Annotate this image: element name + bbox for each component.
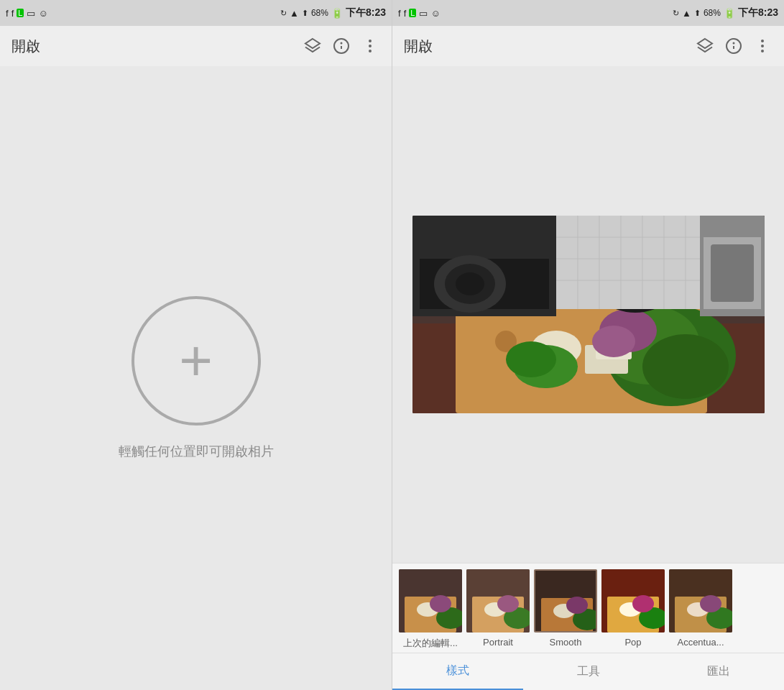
svg-marker-4 (698, 39, 712, 48)
emoji-icon-r: ☺ (430, 8, 440, 19)
svg-point-19 (592, 326, 635, 357)
app-bar-right: 開啟 (392, 26, 784, 66)
signal-icon-r: ↻ (673, 9, 679, 18)
line-icon-r: L (409, 9, 416, 17)
plus-icon: + (179, 332, 213, 390)
filter-item-accentuate[interactable]: Accentua... (668, 569, 733, 650)
battery-icon-right: 🔋 (724, 8, 735, 19)
status-right-right-icons: ↻ ▲ ⬆ 68% 🔋 下午8:23 (673, 6, 778, 19)
app-title-left: 開啟 (11, 37, 294, 56)
status-right-icons: ↻ ▲ ⬆ 68% 🔋 下午8:23 (280, 6, 386, 19)
signal-icon: ↻ (280, 9, 287, 18)
tab-export[interactable]: 匯出 (653, 653, 784, 690)
tab-tools-label: 工具 (577, 664, 600, 679)
left-panel: f f L ▭ ☺ ↻ ▲ ⬆ 68% 🔋 下午8:23 開啟 (0, 0, 392, 690)
tab-tools[interactable]: 工具 (523, 653, 654, 690)
status-right-left-icons: f f L ▭ ☺ (398, 8, 441, 19)
filter-item-smooth[interactable]: Smooth (533, 569, 598, 650)
tab-style[interactable]: 樣式 (392, 653, 523, 690)
wifi-icon-r: ▲ (682, 8, 691, 19)
svg-point-14 (642, 334, 729, 399)
left-empty-state: + 輕觸任何位置即可開啟相片 (0, 66, 392, 690)
filter-item-portrait[interactable]: Portrait (466, 569, 530, 650)
message-icon: ▭ (27, 8, 35, 19)
filter-thumb-smooth (534, 569, 597, 632)
svg-point-62 (566, 597, 588, 614)
emoji-icon: ☺ (38, 8, 47, 19)
network-icon-r: ⬆ (694, 9, 701, 18)
battery-percent-right: 68% (704, 8, 721, 18)
tab-style-label: 樣式 (446, 663, 469, 678)
filter-strip: 上次的編輯... Portrait (392, 563, 784, 653)
layers-icon-left[interactable] (303, 36, 323, 56)
status-bar-right: f f L ▭ ☺ ↻ ▲ ⬆ 68% 🔋 下午8:23 (392, 0, 784, 26)
svg-rect-37 (711, 244, 754, 302)
svg-point-21 (506, 341, 556, 377)
photo-display-area (392, 66, 784, 563)
svg-point-67 (632, 595, 654, 612)
svg-point-57 (497, 595, 519, 612)
filter-thumb-portrait (466, 569, 530, 632)
status-time-right: 下午8:23 (738, 6, 778, 19)
filter-label-portrait: Portrait (483, 637, 513, 648)
more-menu-icon-left[interactable] (360, 36, 380, 56)
facebook-icon-r: f (398, 8, 401, 19)
svg-marker-0 (305, 39, 320, 48)
battery-percent-left: 68% (311, 8, 328, 18)
svg-point-34 (456, 272, 484, 295)
svg-point-52 (430, 595, 451, 612)
filter-label-pop: Pop (624, 637, 641, 648)
bottom-tabs: 樣式 工具 匯出 (392, 653, 784, 690)
filter-label-smooth: Smooth (550, 637, 582, 648)
app-title-right: 開啟 (404, 37, 686, 56)
filter-item-pop[interactable]: Pop (601, 569, 665, 650)
right-panel: f f L ▭ ☺ ↻ ▲ ⬆ 68% 🔋 下午8:23 開啟 (392, 0, 784, 690)
network-icon: ⬆ (302, 9, 308, 18)
facebook2-icon-r: f (404, 8, 407, 19)
add-photo-button[interactable]: + (132, 296, 261, 426)
filter-label-last-edit: 上次的編輯... (403, 637, 458, 650)
info-icon-left[interactable] (331, 36, 351, 56)
status-bar-left: f f L ▭ ☺ ↻ ▲ ⬆ 68% 🔋 下午8:23 (0, 0, 392, 26)
filter-item-last-edit[interactable]: 上次的編輯... (398, 569, 463, 650)
status-left-icons: f f L ▭ ☺ (6, 8, 48, 19)
filter-thumb-accentuate (669, 569, 732, 632)
battery-icon-left: 🔋 (331, 8, 343, 19)
tab-export-label: 匯出 (707, 664, 730, 679)
filter-thumb-pop (601, 569, 665, 632)
facebook-icon: f (6, 8, 9, 19)
line-icon: L (17, 9, 24, 17)
open-hint-text: 輕觸任何位置即可開啟相片 (119, 443, 274, 460)
status-time-left: 下午8:23 (346, 6, 386, 19)
filter-thumb-last-edit (399, 569, 462, 632)
filter-label-accentuate: Accentua... (677, 637, 724, 648)
layers-icon-right[interactable] (695, 36, 715, 56)
more-menu-icon-right[interactable] (752, 36, 773, 56)
info-icon-right[interactable] (724, 36, 744, 56)
app-bar-left: 開啟 (0, 26, 392, 66)
wifi-icon: ▲ (290, 8, 299, 19)
svg-point-72 (700, 595, 721, 612)
message-icon-r: ▭ (419, 8, 428, 19)
photo-container (412, 216, 765, 413)
facebook2-icon: f (11, 8, 14, 19)
